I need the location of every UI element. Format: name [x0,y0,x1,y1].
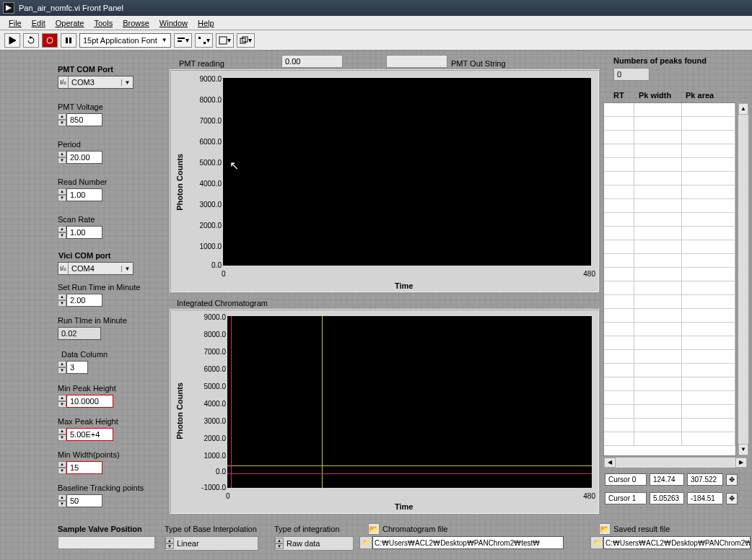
pmt-voltage-label: PMT Voltage [58,102,103,111]
pmt-reading-label: PMT reading [179,59,224,68]
period-label: Period [58,140,81,149]
toolbar: 15pt Application Font ▾ ▾ ▾ ▾ [0,30,752,51]
window-title: Pan_air_nomfc.vi Front Panel [19,4,123,12]
saved-file-browse-icon[interactable]: 📁 [590,536,603,549]
pmt-reading-display: 0.00 [281,55,343,68]
min-peak-h-input[interactable]: ▲▼10.0000 [58,395,113,408]
distribute-button[interactable]: ▾ [195,33,213,48]
chart2-ylabel: Photon Counts [175,382,184,439]
min-peak-h-label: Min Peak Height [58,384,116,393]
cursor-0-name[interactable]: Cursor 0 [605,473,647,486]
menu-file[interactable]: File [4,17,26,29]
runtime-label: Run TIme in Minute [58,316,127,325]
svg-rect-8 [198,37,201,39]
vici-com-label: Vici COM port [58,251,111,260]
align-button[interactable]: ▾ [174,33,192,48]
period-input[interactable]: ▲▼20.00 [58,151,102,164]
chrom-file-browse-icon[interactable]: 📁 [359,536,372,549]
pmt-voltage-input[interactable]: ▲▼850 [58,113,102,126]
chrom-file-folder-icon[interactable]: 📂 [368,523,380,535]
scan-rate-label: Scan Rate [58,215,95,224]
pmt-out-display [386,55,447,68]
max-peak-h-label: Max Peak Height [58,417,118,426]
resize-button[interactable]: ▾ [216,33,234,48]
pmt-chart-frame: Photon Counts 9000.0 8000.0 7000.0 6000.… [170,69,600,293]
peaks-table[interactable] [603,102,736,456]
menubar: File Edit Operate Tools Browse Window He… [0,16,752,30]
cursor-0-move-icon[interactable]: ✥ [726,474,738,486]
peaks-table-hscroll[interactable]: ◀▶ [603,457,748,468]
baseline-input[interactable]: ▲▼50 [58,494,102,507]
cursor-1-move-icon[interactable]: ✥ [726,493,738,504]
svg-marker-2 [30,36,32,39]
run-continuous-button[interactable] [23,33,39,48]
cursor-1-x[interactable]: 5.05263 [650,492,684,504]
svg-point-3 [47,38,53,43]
window-titlebar: Pan_air_nomfc.vi Front Panel [0,0,752,16]
menu-tools[interactable]: Tools [89,17,117,29]
chromatogram-chart-frame: Photon Counts 9000.0 8000.0 7000.0 6000.… [170,309,600,515]
svg-marker-1 [9,37,16,44]
svg-marker-0 [6,5,12,11]
pmt-out-label: PMT Out String [451,59,506,68]
peaks-col-area: Pk area [686,91,714,100]
read-number-label: Read Number [58,178,107,186]
svg-rect-6 [178,38,185,39]
cursor-1-name[interactable]: Cursor 1 [605,492,647,504]
saved-file-label: Saved result file [613,525,670,533]
cursor-1-y[interactable]: -184.51 [687,492,723,504]
run-button[interactable] [4,33,20,48]
pmt-chart-plot[interactable] [223,78,591,266]
chromatogram-chart-plot[interactable] [227,316,592,488]
chart2-xlabel: Time [395,502,413,511]
font-select[interactable]: 15pt Application Font [79,33,171,48]
chart1-ylabel: Photon Counts [175,154,184,211]
peaks-table-vscroll[interactable]: ▲▼ [738,102,749,456]
scan-rate-input[interactable]: ▲▼1.00 [58,226,102,239]
peaks-col-rt: RT [613,91,624,100]
chart2-title: Integrated Chromatogram [177,299,268,307]
svg-rect-5 [69,38,71,43]
abort-button[interactable] [42,33,58,48]
pmt-com-label: PMT COM Port [58,65,113,74]
saved-file-path[interactable]: 📁 C:₩Users₩ACL2₩Desktop₩PANChrom2₩ [590,536,751,549]
cursor-0-x[interactable]: 124.74 [650,473,684,486]
set-runtime-label: Set Run Time in Minute [58,283,140,292]
pmt-com-select[interactable]: I/₀COM3▼ [58,76,134,89]
interp-select[interactable]: ▲▼Linear [165,536,258,551]
data-column-label: Data Column [61,350,108,359]
menu-browse[interactable]: Browse [118,17,154,29]
saved-file-folder-icon[interactable]: 📂 [599,523,611,535]
menu-operate[interactable]: Operate [51,17,89,29]
pause-button[interactable] [61,33,76,48]
interp-label: Type of Base Interpolation [165,525,257,533]
min-width-label: Min Width(points) [58,450,120,459]
chrom-file-label: Chromatogram file [382,525,447,533]
chart1-xlabel: Time [395,281,413,290]
reorder-button[interactable]: ▾ [237,33,255,48]
sample-valve-display [58,536,155,549]
svg-rect-7 [178,40,182,42]
peaks-title: Numbers of peaks found [613,56,707,65]
min-width-input[interactable]: ▲▼15 [58,461,102,474]
baseline-label: Baseline Tracking points [58,484,144,492]
menu-window[interactable]: Window [155,17,192,29]
peaks-col-width: Pk width [639,91,671,100]
integ-select[interactable]: ▲▼Raw data [274,536,354,551]
sample-valve-label: Sample Valve Position [58,525,142,533]
set-runtime-input[interactable]: ▲▼2.00 [58,294,102,307]
cursor-0-y[interactable]: 307.522 [687,473,723,486]
labview-icon [3,2,14,14]
read-number-input[interactable]: ▲▼1.00 [58,188,102,201]
svg-rect-4 [66,38,68,43]
chrom-file-path[interactable]: 📁 C:₩Users₩ACL2₩Desktop₩PANChrom2₩test₩ [359,536,564,549]
menu-help[interactable]: Help [193,17,219,29]
svg-rect-10 [219,37,227,44]
max-peak-h-input[interactable]: ▲▼5.00E+4 [58,428,113,441]
vici-com-select[interactable]: I/₀COM4▼ [58,262,134,275]
menu-edit[interactable]: Edit [27,17,50,29]
integ-label: Type of integration [274,525,340,533]
svg-rect-9 [204,42,206,44]
data-column-input[interactable]: ▲▼3 [58,361,88,374]
front-panel: PMT COM Port I/₀COM3▼ PMT Voltage ▲▼850 … [0,51,752,560]
